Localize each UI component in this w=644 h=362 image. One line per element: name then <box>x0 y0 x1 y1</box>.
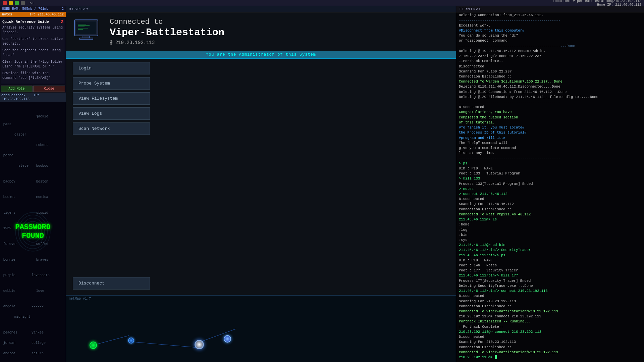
view-filesystem-button[interactable]: View Filesystem <box>73 92 150 105</box>
terminal-line: Process 133[Tutorial Program] Ended <box>459 182 641 187</box>
word-item: jackie <box>36 115 48 118</box>
terminal-line: Disconnected <box>459 105 641 110</box>
terminal-line: :sys <box>459 238 641 243</box>
close-button[interactable]: Close <box>33 86 65 92</box>
terminal-line: > connect 211.46.46.112 <box>459 192 641 197</box>
word-item: xxxxxx <box>32 305 44 308</box>
terminal-line: Excellent work. <box>459 23 641 28</box>
terminal-line: Connected To Matt PC@211.46.46.112 <box>459 212 641 217</box>
ram-count: 2 <box>62 7 64 11</box>
terminal-line: Disconnected <box>459 294 641 299</box>
terminal-line: Connected To Viper-Battlestation@210.23.… <box>459 309 641 314</box>
word-item: forever <box>3 242 17 246</box>
admin-banner: You are the Administrator of this System <box>66 51 456 59</box>
terminal-line: Deleting Connection: from_211.46.46.112. <box>459 13 641 18</box>
notes-label: notes <box>2 13 12 16</box>
terminal-line: :bin <box>459 232 641 238</box>
network-node-green[interactable] <box>90 342 97 349</box>
terminal-line: --Porthack Complete-- <box>459 59 641 64</box>
disconnect-button[interactable]: Disconnect <box>73 277 150 290</box>
settings-btn[interactable] <box>15 1 19 5</box>
terminal-line: Deleting @119_Connection: from_211.46.46… <box>459 90 641 95</box>
network-node-blue-2[interactable] <box>224 335 231 343</box>
ram-label: USED RAM: 595mb / 761mb <box>2 7 48 11</box>
terminal-line: Connected To Viper-Battlestation@210.23.… <box>459 350 641 355</box>
word-item: braves <box>36 258 48 262</box>
network-node-blue-1[interactable] <box>128 338 134 344</box>
terminal-line: 211.46.46.112/bin/> kill 177 <box>459 273 641 278</box>
scan-network-button[interactable]: Scan Network <box>73 122 150 135</box>
terminal-line: #To finish it, you must locate# <box>459 125 641 130</box>
quick-ref-content: Analyze security systems using "probe". … <box>2 25 63 81</box>
terminal-line: Deleting @119_211.46.46.112_Disconnected… <box>459 84 641 89</box>
terminal-line: 211.46.46.112@> cd bin <box>459 243 641 248</box>
center-panel: DISPLAY Connected to Viper-Battlestation… <box>66 6 456 362</box>
word-item: purple <box>3 273 15 277</box>
word-item: monica <box>36 195 48 199</box>
qr-line-1: Analyze security systems using "probe". <box>2 25 63 35</box>
terminal-line: Connection Established :: <box>459 304 641 309</box>
terminal-line: ----------------------------------------… <box>459 44 641 49</box>
view-logs-button[interactable]: View Logs <box>73 107 150 120</box>
terminal-line: You can do so using the "dc" <box>459 33 641 38</box>
terminal-content[interactable]: Note: the wildcard "*" indicates"All".--… <box>456 12 644 362</box>
word-item: badboy <box>3 180 15 184</box>
quick-ref-close-btn[interactable]: X <box>61 19 63 24</box>
close-window-btn[interactable] <box>3 1 7 5</box>
terminal-line: ----------------------------------------… <box>459 18 641 23</box>
titlebar: 61 Location: Viper-Battlestation@210.23.… <box>0 0 644 6</box>
word-item: bonnie <box>3 258 15 262</box>
word-item: midnight <box>14 315 31 319</box>
connected-to-label: Connected to <box>110 18 449 27</box>
netmap-section: netMap v1.7 <box>66 295 456 362</box>
word-item: saturn <box>32 352 44 355</box>
terminal-line: ----------------------------------------… <box>459 156 641 161</box>
qr-line-5: Download files with the command "scp [FI… <box>2 71 63 81</box>
word-item: andrea <box>3 352 15 355</box>
terminal-line: give you a complete command <box>459 146 641 151</box>
terminal-cursor <box>495 355 497 359</box>
terminal-line: 211.46.46.112@> ls <box>459 217 641 222</box>
word-item: loveboats <box>32 273 50 277</box>
computer-icon <box>73 18 103 45</box>
word-item: 1969 <box>3 226 11 230</box>
word-item: casper <box>14 133 26 137</box>
terminal-line: 211.46.46.112/bin/> connect 210.23.192.1… <box>459 289 641 294</box>
terminal-line: Porthack Initialized -- Running... <box>459 319 641 324</box>
net-line <box>131 342 198 348</box>
quick-ref-header: Quick Reference Guide X <box>2 19 63 24</box>
terminal-line: Connection Established :: <box>459 207 641 212</box>
svg-rect-7 <box>76 21 96 34</box>
word-item: coffee <box>36 242 48 246</box>
word-cloud: PASSWORDFOUND jackie pass casper robert … <box>0 102 66 362</box>
left-panel: USED RAM: 595mb / 761mb 2 notes IP: 211.… <box>0 6 66 362</box>
right-panel: TERMINAL Note: the wildcard "*" indicate… <box>456 6 644 362</box>
terminal-line: 210.23.192.113@> <box>459 355 641 360</box>
minimize-window-btn[interactable] <box>9 1 13 5</box>
terminal-line: --Porthack Complete-- <box>459 324 641 329</box>
terminal-line: Scanning For 210.23.192.113 <box>459 340 641 345</box>
terminal-line: > ps <box>459 161 641 166</box>
password-found-text: PASSWORDFOUND <box>15 223 51 241</box>
terminal-line: Scanning For 210.23.192.113 <box>459 299 641 304</box>
probe-system-button[interactable]: Probe System <box>73 77 150 90</box>
terminal-line: Connection Established :: <box>459 74 641 79</box>
active-app-bar: app:Porthack IP: 210.23.192.113 <box>0 93 66 102</box>
word-item: booboo <box>36 164 48 168</box>
config-btn[interactable] <box>21 1 25 5</box>
note-buttons: Add Note Close <box>0 85 66 93</box>
terminal-line: 211.46.46.112/bin/> SecurityTracer <box>459 248 641 253</box>
network-node-active[interactable] <box>195 340 204 349</box>
login-button[interactable]: Login <box>73 62 150 74</box>
terminal-line: > notes <box>459 187 641 192</box>
password-cracker: PASSWORDFOUND jackie pass casper robert … <box>0 102 66 362</box>
add-note-button[interactable]: Add Note <box>1 86 33 92</box>
terminal-line: Deleting SecurityTracer.exe....Done <box>459 283 641 289</box>
display-header: DISPLAY <box>66 6 456 12</box>
terminal-line: 210.23.192.113@> connect 210.23.192.113 <box>459 314 641 319</box>
svg-rect-13 <box>83 36 90 38</box>
word-item: love <box>36 289 44 293</box>
terminal-line: or "disconnect" command <box>459 38 641 43</box>
terminal-line: #Disconnect from this computer# <box>459 28 641 33</box>
terminal-line: list at any time. <box>459 151 641 156</box>
